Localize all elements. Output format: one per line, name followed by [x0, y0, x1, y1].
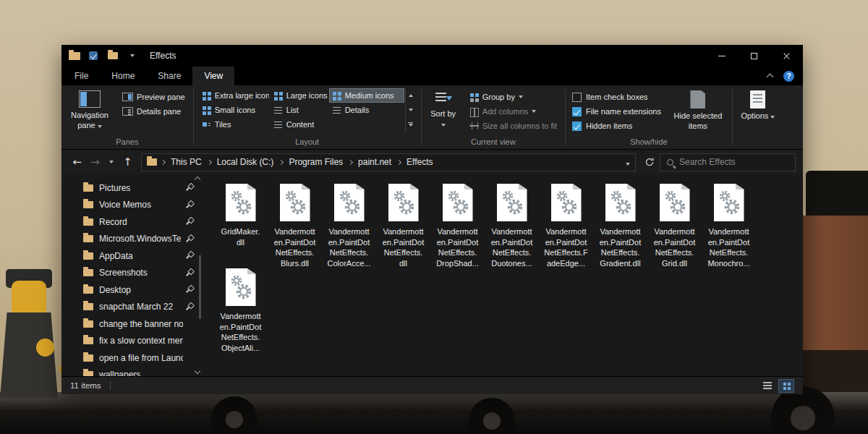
file-item-vandermott[interactable]: Vandermott en.PaintDot NetEffects. dll — [379, 184, 427, 268]
window-controls — [705, 45, 803, 67]
file-item-vandermott[interactable]: Vandermott en.PaintDot NetEffects. Objec… — [216, 268, 265, 353]
file-item-vandermott[interactable]: Vandermott en.PaintDot NetEffects. Monoc… — [705, 184, 753, 268]
sidebar-item-label: Desktop — [99, 285, 131, 295]
gallery-more-button[interactable] — [406, 117, 416, 132]
up-button[interactable]: ↑ — [119, 156, 136, 169]
tab-share[interactable]: Share — [146, 67, 192, 85]
properties-button[interactable] — [87, 49, 100, 62]
folder-icon — [83, 201, 93, 208]
sidebar-item-pictures[interactable]: Pictures — [61, 179, 203, 197]
group-by-button[interactable]: Group by — [467, 90, 560, 104]
tab-file[interactable]: File — [63, 67, 100, 85]
sidebar-item-change-the-banner-notifi[interactable]: change the banner notifi — [61, 315, 203, 333]
tab-home[interactable]: Home — [100, 67, 146, 85]
file-item-vandermott[interactable]: Vandermott en.PaintDot NetEffects. Grid.… — [650, 184, 699, 268]
add-columns-button[interactable]: Add columns — [467, 104, 560, 119]
search-input[interactable] — [679, 157, 788, 167]
dll-file-icon — [226, 184, 256, 221]
sidebar-item-microsoft-windowste[interactable]: Microsoft.WindowsTe — [61, 231, 203, 248]
folder-icon — [83, 269, 93, 276]
recent-locations-button[interactable] — [105, 161, 118, 163]
preview-pane-button[interactable]: Preview pane — [119, 90, 188, 104]
sidebar-item-record[interactable]: Record — [61, 213, 203, 231]
file-item-vandermott[interactable]: Vandermott en.PaintDot NetEffects. Color… — [325, 184, 373, 268]
dll-file-icon — [714, 184, 744, 221]
sidebar-item-label: Voice Memos — [99, 200, 151, 210]
scroll-up-icon[interactable] — [195, 176, 200, 182]
breadcrumb-item-local-disk-c[interactable]: Local Disk (C:) — [216, 157, 276, 167]
layout-option-tiles[interactable]: Tiles — [199, 117, 269, 132]
checkbox-icon — [572, 122, 582, 131]
sidebar-item-appdata[interactable]: AppData — [61, 247, 203, 265]
file-item-vandermott[interactable]: Vandermott en.PaintDot NetEffects. Gradi… — [596, 184, 644, 268]
sort-by-button[interactable]: Sort by — [427, 88, 460, 132]
layout-option-content[interactable]: Content — [271, 117, 328, 132]
hide-selected-items-button[interactable]: Hide selected items — [669, 88, 727, 134]
scroll-down-icon[interactable] — [195, 368, 200, 374]
chevron-down-icon — [770, 116, 775, 119]
triangle-up-icon — [409, 94, 413, 97]
layout-option-label: Large icons — [286, 91, 328, 100]
sidebar-item-voice-memos[interactable]: Voice Memos — [61, 197, 203, 214]
dll-file-icon — [280, 184, 310, 221]
gallery-scroll-up-button[interactable] — [406, 88, 416, 103]
file-name-label: Vandermott en.PaintDot NetEffects. Blurs… — [274, 226, 315, 268]
breadcrumb-item-effects[interactable]: Effects — [405, 157, 434, 167]
layout-option-large-icons[interactable]: Large icons — [271, 88, 328, 103]
add-columns-icon — [469, 107, 479, 116]
breadcrumb-item-program-files[interactable]: Program Files — [287, 157, 344, 167]
breadcrumb-item-this-pc[interactable]: This PC — [169, 157, 203, 167]
layout-option-small-icons[interactable]: Small icons — [199, 103, 269, 117]
navigation-pane: PicturesVoice MemosRecordMicrosoft.Windo… — [61, 174, 203, 376]
layout-option-details[interactable]: Details — [329, 103, 404, 117]
size-all-columns-button[interactable]: Size all columns to fit — [467, 119, 560, 133]
scrollbar-thumb[interactable] — [199, 255, 201, 319]
navigation-pane-button[interactable]: Navigation pane — [67, 88, 113, 133]
sidebar-item-snapchat-march-22[interactable]: snapchat March 22 — [61, 299, 203, 316]
layout-gallery-scrollbar — [405, 88, 416, 132]
tab-view[interactable]: View — [192, 67, 234, 85]
breadcrumb-item-paint-net[interactable]: paint.net — [357, 157, 393, 167]
refresh-button[interactable] — [641, 157, 658, 167]
forward-button[interactable]: → — [87, 156, 103, 169]
layout-option-list[interactable]: List — [271, 103, 328, 117]
minimize-button[interactable] — [705, 45, 738, 67]
file-item-gridmaker[interactable]: GridMaker. dll — [216, 184, 265, 268]
address-history-button[interactable] — [626, 156, 630, 169]
gallery-scroll-down-button[interactable] — [406, 103, 416, 117]
checkbox-file-name-extensions[interactable]: File name extensions — [571, 104, 663, 119]
item-count: 11 items — [70, 381, 101, 390]
ribbon-tab-bar: FileHomeShareView — [61, 67, 803, 85]
file-item-vandermott[interactable]: Vandermott en.PaintDot NetEffects. DropS… — [433, 184, 482, 268]
sidebar-item-screenshots[interactable]: Screenshots — [61, 265, 203, 282]
sidebar-item-open-a-file-from-launchp[interactable]: open a file from Launchp — [61, 349, 203, 367]
sidebar-item-fix-a-slow-context-menu[interactable]: fix a slow context menu — [61, 333, 203, 350]
layout-option-extra-large-icons[interactable]: Extra large icons — [199, 88, 269, 103]
sidebar-item-wallpapers[interactable]: wallpapers — [61, 367, 203, 377]
title-bar[interactable]: Effects — [61, 45, 803, 67]
help-button[interactable] — [783, 71, 794, 82]
search-icon — [667, 159, 673, 166]
back-button[interactable]: ← — [69, 156, 85, 169]
file-item-vandermott[interactable]: Vandermott en.PaintDot NetEffects. Duoto… — [488, 184, 536, 268]
new-folder-button[interactable] — [106, 49, 119, 62]
close-button[interactable] — [770, 45, 803, 67]
maximize-button[interactable] — [738, 45, 770, 67]
sidebar-item-desktop[interactable]: Desktop — [61, 281, 203, 299]
collapse-ribbon-button[interactable] — [767, 74, 774, 81]
dll-file-icon — [551, 184, 582, 221]
checkbox-item-check-boxes[interactable]: Item check boxes — [571, 90, 663, 104]
details-view-button[interactable] — [760, 379, 775, 393]
options-button[interactable]: Options — [738, 88, 778, 124]
address-bar[interactable]: This PCLocal Disk (C:)Program Filespaint… — [141, 153, 636, 171]
thumbnail-view-button[interactable] — [778, 379, 794, 393]
layout-option-medium-icons[interactable]: Medium icons — [329, 88, 404, 103]
details-pane-button[interactable]: Details pane — [119, 104, 188, 119]
dll-file-icon — [660, 184, 690, 221]
file-item-vandermott[interactable]: Vandermott en.PaintDot NetEffects. Blurs… — [271, 184, 319, 268]
breadcrumb-separator-icon — [161, 159, 166, 164]
file-item-vandermott[interactable]: Vandermott en.PaintDot NetEffects.F adeE… — [542, 184, 590, 268]
maximize-icon — [751, 53, 757, 59]
checkbox-hidden-items[interactable]: Hidden items — [571, 119, 663, 133]
quick-access-dropdown-button[interactable] — [126, 49, 139, 62]
